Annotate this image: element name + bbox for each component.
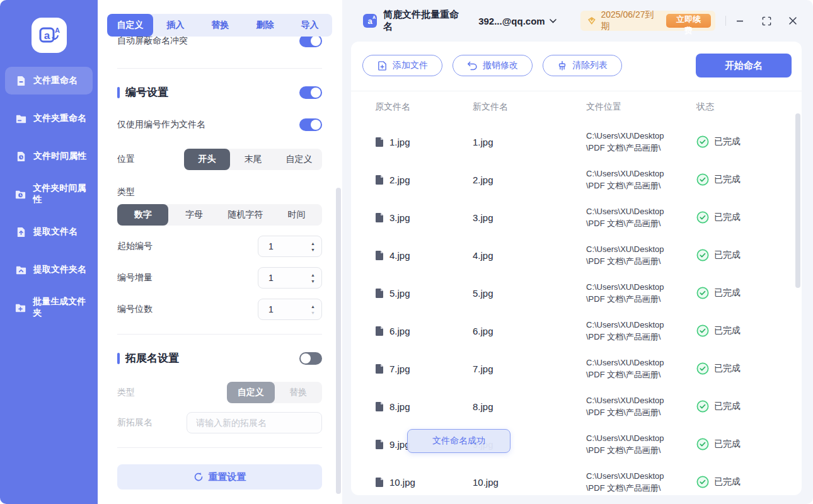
start-rename-button[interactable]: 开始命名: [696, 54, 792, 77]
add-files-button[interactable]: 添加文件: [362, 55, 442, 76]
stepper-down-icon[interactable]: ▼: [311, 248, 315, 252]
segment-option[interactable]: 末尾: [230, 149, 276, 170]
only-number-toggle[interactable]: [299, 118, 322, 131]
undo-button[interactable]: 撤销修改: [453, 55, 533, 76]
file-location: C:\Users\XU\Desktop\PDF 文档\产品画册\: [586, 394, 696, 418]
position-label: 位置: [117, 154, 135, 165]
undo-icon: [467, 61, 478, 71]
tab-0[interactable]: 自定义: [107, 14, 153, 37]
stepper-up-icon[interactable]: ▲: [311, 304, 315, 309]
folder-clock-icon: [14, 188, 26, 200]
table-row[interactable]: 4.jpg4.jpgC:\Users\XU\Desktop\PDF 文档\产品画…: [351, 236, 802, 274]
sidebar-item-5[interactable]: 提取文件夹名: [5, 256, 93, 284]
reset-settings-button[interactable]: 重置设置: [117, 464, 322, 490]
table-row[interactable]: 3.jpg3.jpgC:\Users\XU\Desktop\PDF 文档\产品画…: [351, 198, 802, 236]
new-filename: 7.jpg: [473, 364, 586, 374]
titlebar-divider: [725, 16, 726, 26]
file-icon: [14, 74, 27, 87]
increment-stepper[interactable]: 1 ▲▼: [258, 267, 322, 289]
tab-4[interactable]: 导入: [287, 14, 332, 37]
segment-option[interactable]: 数字: [117, 204, 168, 226]
clear-list-button[interactable]: 清除列表: [543, 55, 622, 76]
sidebar-item-0[interactable]: 文件重命名: [5, 67, 93, 94]
tab-1[interactable]: 插入: [153, 14, 198, 37]
file-export-icon: [14, 226, 27, 238]
new-extension-input[interactable]: [187, 412, 322, 433]
table-row[interactable]: 8.jpg8.jpgC:\Users\XU\Desktop\PDF 文档\产品画…: [351, 387, 802, 425]
file-location: C:\Users\XU\Desktop\PDF 文档\产品画册\: [586, 319, 696, 343]
segment-option[interactable]: 时间: [271, 204, 322, 226]
chevron-down-icon: [550, 19, 556, 23]
segment-option[interactable]: 字母: [168, 204, 219, 226]
stepper-down-icon[interactable]: ▼: [311, 279, 315, 284]
minimize-button[interactable]: [735, 16, 745, 26]
stepper-up-icon[interactable]: ▲: [311, 273, 315, 277]
stepper-up-icon[interactable]: ▲: [311, 241, 315, 246]
file-icon: [375, 137, 384, 147]
refresh-icon: [193, 472, 204, 482]
file-icon: [375, 401, 384, 412]
original-filename: 5.jpg: [375, 288, 473, 299]
tab-2[interactable]: 替换: [198, 14, 243, 37]
status-badge: 已完成: [696, 211, 802, 224]
table-row[interactable]: 2.jpg2.jpgC:\Users\XU\Desktop\PDF 文档\产品画…: [351, 161, 802, 198]
stepper-down-icon[interactable]: ▼: [311, 311, 315, 315]
status-badge: 已完成: [696, 324, 802, 337]
clear-list-label: 清除列表: [572, 60, 608, 71]
start-number-stepper[interactable]: 1 ▲▼: [258, 236, 322, 257]
sidebar-item-3[interactable]: 文件夹时间属性: [5, 180, 93, 208]
original-filename: 6.jpg: [375, 326, 473, 336]
sidebar-item-label: 提取文件夹名: [33, 264, 86, 275]
file-location: C:\Users\XU\Desktop\PDF 文档\产品画册\: [586, 357, 696, 381]
col-original-name: 原文件名: [375, 101, 473, 113]
maximize-icon: [762, 16, 771, 26]
close-button[interactable]: [788, 16, 798, 26]
new-filename: 6.jpg: [473, 326, 586, 336]
segment-option[interactable]: 自定义: [227, 382, 275, 403]
sidebar-menu: 文件重命名文件夹重命名文件时间属性文件夹时间属性提取文件名提取文件夹名批量生成文…: [0, 67, 98, 321]
col-location: 文件位置: [586, 101, 696, 113]
table-row[interactable]: 10.jpg10.jpgC:\Users\XU\Desktop\PDF 文档\产…: [351, 463, 802, 495]
settings-scrollbar[interactable]: [336, 188, 341, 494]
maximize-button[interactable]: [761, 16, 771, 26]
sidebar: a A 文件重命名文件夹重命名文件时间属性文件夹时间属性提取文件名提取文件夹名批…: [0, 0, 98, 504]
file-location: C:\Users\XU\Desktop\PDF 文档\产品画册\: [586, 130, 696, 154]
success-check-icon: [696, 135, 709, 148]
table-row[interactable]: 5.jpg5.jpgC:\Users\XU\Desktop\PDF 文档\产品画…: [351, 274, 802, 312]
window-controls: [735, 16, 798, 26]
renew-button[interactable]: 立即续费: [666, 14, 711, 28]
tab-3[interactable]: 删除: [243, 14, 287, 37]
table-row[interactable]: 7.jpg7.jpgC:\Users\XU\Desktop\PDF 文档\产品画…: [351, 350, 802, 387]
status-badge: 已完成: [696, 400, 802, 413]
sidebar-item-4[interactable]: 提取文件名: [5, 218, 93, 246]
table-row[interactable]: 6.jpg6.jpgC:\Users\XU\Desktop\PDF 文档\产品画…: [351, 312, 802, 350]
sidebar-item-6[interactable]: 批量生成文件夹: [5, 294, 93, 321]
sidebar-item-1[interactable]: 文件夹重命名: [5, 105, 93, 132]
digits-stepper[interactable]: 1 ▲▼: [258, 299, 322, 320]
file-list-scrollbar[interactable]: [795, 113, 800, 288]
digits-value: 1: [268, 304, 311, 314]
auto-conflict-toggle[interactable]: [299, 37, 322, 47]
sidebar-item-2[interactable]: 文件时间属性: [5, 142, 93, 170]
segment-option[interactable]: 自定义: [276, 149, 322, 170]
segment-option[interactable]: 替换: [275, 382, 323, 403]
extension-type-label: 类型: [117, 387, 135, 398]
main-area: aA 简鹿文件批量重命名 392...@qq.com 2025/06/27到期 …: [342, 0, 813, 504]
close-icon: [788, 16, 797, 25]
segment-option[interactable]: 随机字符: [220, 204, 271, 226]
file-icon: [375, 250, 384, 261]
file-list-card: 添加文件 撤销修改 清除列表 开始命: [351, 42, 802, 495]
extension-toggle[interactable]: [299, 352, 322, 365]
numbering-toggle[interactable]: [299, 86, 322, 99]
file-location: C:\Users\XU\Desktop\PDF 文档\产品画册\: [586, 432, 696, 456]
only-number-label: 仅使用编号作为文件名: [117, 119, 205, 130]
account-dropdown[interactable]: 392...@qq.com: [478, 16, 556, 26]
file-location: C:\Users\XU\Desktop\PDF 文档\产品画册\: [586, 243, 696, 267]
table-row[interactable]: 1.jpg1.jpgC:\Users\XU\Desktop\PDF 文档\产品画…: [351, 123, 802, 161]
broom-icon: [557, 60, 567, 71]
divider: [117, 447, 322, 448]
titlebar: aA 简鹿文件批量重命名 392...@qq.com 2025/06/27到期 …: [342, 0, 813, 42]
segment-option[interactable]: 开头: [184, 149, 230, 170]
add-file-icon: [377, 60, 388, 71]
file-icon: [375, 175, 384, 185]
